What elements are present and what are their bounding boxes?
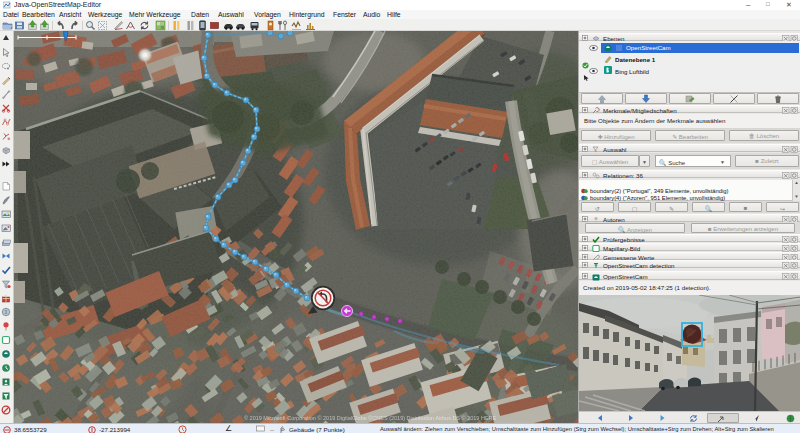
svg-text:© 2019 Microsoft Corporation ©: © 2019 Microsoft Corporation © 2019 Digi… bbox=[244, 415, 497, 421]
